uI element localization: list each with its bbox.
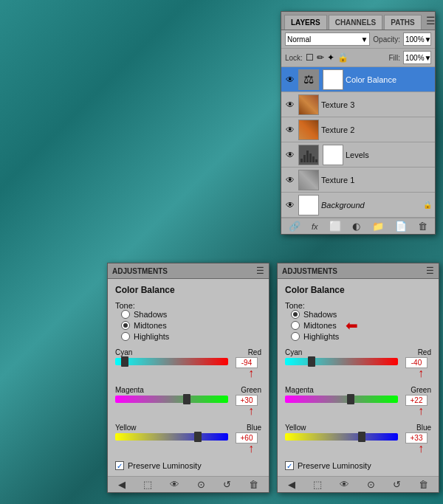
adj-header-left: ADJUSTMENTS ☰	[108, 263, 269, 279]
layer-row-color-balance[interactable]: 👁 ⚖ Color Balance	[281, 67, 435, 92]
new-layer-icon[interactable]: 📄	[395, 221, 407, 232]
adj-toolbar-right: ◀ ⬚ 👁 ⊙ ↺ 🗑	[278, 476, 439, 492]
visibility-icon-levels[interactable]: 👁	[284, 149, 296, 161]
visibility-icon-background[interactable]: 👁	[284, 199, 296, 211]
visibility-icon-texture2[interactable]: 👁	[284, 124, 296, 136]
slider-thumb-mg-right[interactable]	[347, 394, 354, 404]
slider-track-cr-left[interactable]	[115, 358, 228, 365]
adj-delete-icon-left[interactable]: 🗑	[249, 479, 258, 490]
fill-input[interactable]: 100% ▼	[403, 51, 431, 64]
preserve-checkbox-left[interactable]: ✓	[115, 461, 124, 470]
tab-layers[interactable]: LAYERS	[284, 15, 327, 30]
visibility-icon-texture1[interactable]: 👁	[284, 174, 296, 186]
adj-eye-icon-left[interactable]: ⊙	[197, 479, 205, 490]
lock-image-icon[interactable]: ✏	[317, 52, 324, 63]
adj-delete-icon-right[interactable]: 🗑	[419, 479, 428, 490]
adj-back-icon-right[interactable]: ◀	[288, 479, 295, 490]
tone-label-left: Tone:	[115, 301, 135, 310]
layer-name-levels: Levels	[346, 151, 432, 159]
blend-mode-row: Normal ▼ Opacity: 100% ▼	[281, 30, 435, 49]
adj-eye-icon-right[interactable]: ⊙	[367, 479, 375, 490]
adj-reset-icon-left[interactable]: ↺	[223, 479, 231, 490]
radio-shadows-right[interactable]: Shadows	[291, 310, 339, 319]
preserve-luminosity-left: ✓ Preserve Luminosity	[115, 461, 261, 470]
adj-visibility-icon-left[interactable]: 👁	[170, 479, 179, 490]
preserve-checkbox-right[interactable]: ✓	[285, 461, 294, 470]
radio-shadows-left[interactable]: Shadows	[121, 310, 261, 319]
adj-menu-icon-left[interactable]: ☰	[256, 266, 264, 276]
link-layers-icon[interactable]: 🔗	[289, 221, 301, 232]
layer-name-texture3: Texture 3	[321, 100, 432, 109]
lock-transparent-icon[interactable]: ☐	[306, 52, 314, 63]
fill-label: Fill:	[388, 54, 400, 62]
value-cr-right: -40	[405, 357, 427, 368]
layer-row-background[interactable]: 👁 Background 🔒	[281, 193, 435, 218]
lock-all-icon[interactable]: 🔒	[337, 52, 348, 63]
radio-midtones-circle-right	[291, 321, 300, 330]
slider-labels-mg-right: Magenta Green	[285, 386, 431, 394]
layers-panel: LAYERS CHANNELS PATHS ☰ Normal ▼ Opacity…	[281, 11, 436, 235]
slider-labels-yb-right: Yellow Blue	[285, 424, 431, 432]
slider-thumb-cr-left[interactable]	[121, 356, 128, 367]
slider-cyan-red-left: Cyan Red -94 ↑	[115, 348, 261, 380]
layer-row-levels[interactable]: 👁 Levels	[281, 142, 435, 168]
adj-panel-right-title: Color Balance	[285, 285, 431, 295]
visibility-icon-color-balance[interactable]: 👁	[284, 74, 296, 86]
radio-highlights-left[interactable]: Highlights	[121, 332, 261, 341]
slider-cyan-red-right: Cyan Red -40 ↑	[285, 348, 431, 380]
layer-thumb-texture1	[298, 170, 319, 190]
lock-position-icon[interactable]: ✦	[327, 52, 334, 63]
opacity-input[interactable]: 100% ▼	[403, 32, 431, 46]
adj-reset-icon-right[interactable]: ↺	[393, 479, 401, 490]
group-icon[interactable]: 📁	[372, 221, 384, 232]
adj-toolbar-left: ◀ ⬚ 👁 ⊙ ↺ 🗑	[108, 476, 269, 492]
radio-highlights-circle-left	[121, 332, 130, 341]
layer-name-texture1: Texture 1	[321, 176, 432, 184]
adj-visibility-icon-right[interactable]: 👁	[340, 479, 349, 490]
blend-mode-select[interactable]: Normal ▼	[285, 32, 370, 46]
slider-magenta-green-right: Magenta Green +22 ↑	[285, 386, 431, 418]
layers-toolbar: 🔗 fx ⬜ ◐ 📁 📄 🗑	[281, 218, 435, 234]
slider-thumb-yb-left[interactable]	[194, 432, 202, 442]
slider-thumb-mg-left[interactable]	[183, 394, 190, 404]
layer-row-texture1[interactable]: 👁 Texture 1	[281, 168, 435, 193]
adj-clip-icon-left[interactable]: ⬚	[143, 479, 152, 490]
slider-thumb-cr-right[interactable]	[308, 356, 315, 367]
layer-mask-color-balance	[323, 69, 343, 90]
adj-back-icon-left[interactable]: ◀	[118, 479, 126, 490]
radio-highlights-right[interactable]: Highlights	[291, 332, 339, 341]
adj-panel-left: ADJUSTMENTS ☰ Color Balance Tone: Shadow…	[107, 263, 269, 493]
fx-icon[interactable]: fx	[312, 222, 318, 231]
adj-menu-icon-right[interactable]: ☰	[426, 266, 434, 276]
panel-menu-icon[interactable]: ☰	[423, 12, 439, 30]
radio-shadows-circle-left	[121, 310, 130, 319]
arrow-yb-left: ↑	[115, 442, 254, 455]
add-mask-icon[interactable]: ⬜	[329, 221, 341, 232]
slider-track-yb-right[interactable]	[285, 433, 398, 441]
adjustment-icon[interactable]: ◐	[352, 221, 360, 232]
layer-row-texture2[interactable]: 👁 Texture 2	[281, 117, 435, 142]
radio-midtones-left[interactable]: Midtones	[121, 321, 261, 330]
layer-thumb-levels	[298, 145, 319, 165]
layer-thumb-background	[298, 195, 319, 215]
slider-magenta-green-left: Magenta Green +30 ↑	[115, 386, 261, 418]
slider-track-yb-left[interactable]	[115, 433, 228, 441]
tab-paths[interactable]: PATHS	[384, 15, 421, 30]
adj-content-left: Color Balance Tone: Shadows Midtones Hig…	[108, 279, 269, 476]
slider-labels-yb-left: Yellow Blue	[115, 424, 261, 432]
slider-track-mg-right[interactable]	[285, 396, 398, 403]
tab-channels[interactable]: CHANNELS	[329, 15, 383, 30]
slider-labels-cr-left: Cyan Red	[115, 348, 261, 356]
slider-track-cr-right[interactable]	[285, 358, 398, 365]
slider-thumb-yb-right[interactable]	[358, 432, 365, 442]
visibility-icon-texture3[interactable]: 👁	[284, 99, 296, 111]
layer-row-texture3[interactable]: 👁 Texture 3	[281, 92, 435, 117]
radio-group-right: Shadows Midtones Highlights	[285, 310, 339, 341]
tone-section-right: Tone: Shadows Midtones Highlights	[285, 301, 431, 341]
adj-clip-icon-right[interactable]: ⬚	[313, 479, 322, 490]
adj-panel-left-title: Color Balance	[115, 285, 261, 295]
lock-row: Lock: ☐ ✏ ✦ 🔒 Fill: 100% ▼	[281, 49, 435, 67]
radio-midtones-right[interactable]: Midtones	[291, 321, 339, 330]
delete-layer-icon[interactable]: 🗑	[418, 221, 427, 232]
slider-track-mg-left[interactable]	[115, 396, 228, 403]
